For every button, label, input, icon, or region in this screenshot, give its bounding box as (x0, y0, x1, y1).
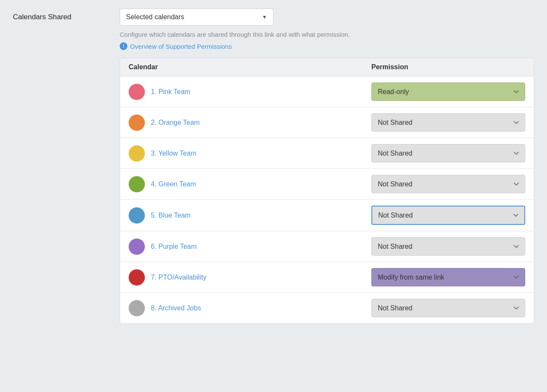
table-row: 3. Yellow Team Not Shared Read-only Read… (120, 138, 534, 169)
permission-col-5[interactable]: Not Shared Read-only Read and write Modi… (371, 206, 525, 225)
calendar-name-4: 4. Green Team (151, 180, 196, 188)
content-col: Selected calendars ▼ Configure which cal… (120, 9, 534, 324)
permission-select-3[interactable]: Not Shared Read-only Read and write Modi… (371, 144, 525, 162)
calendar-dot-2 (129, 115, 145, 131)
calendar-name-6: 6. Purple Team (151, 243, 197, 251)
permission-col-2[interactable]: Not Shared Read-only Read and write Modi… (371, 113, 525, 132)
description-text: Configure which calendars are shared thr… (120, 31, 470, 38)
calendar-dot-3 (129, 145, 145, 162)
calendars-shared-dropdown[interactable]: Selected calendars ▼ (120, 9, 274, 26)
calendar-left-8: 8. Archived Jobs (129, 300, 371, 316)
permissions-link-text: Overview of Supported Permissions (130, 43, 232, 50)
info-icon: ! (120, 42, 127, 50)
permissions-link[interactable]: ! Overview of Supported Permissions (120, 42, 534, 50)
calendar-name-2: 2. Orange Team (151, 119, 200, 127)
calendar-left-6: 6. Purple Team (129, 239, 371, 255)
calendar-left-4: 4. Green Team (129, 176, 371, 192)
calendar-name-5: 5. Blue Team (151, 212, 191, 219)
table-row: 6. Purple Team Not Shared Read-only Read… (120, 231, 534, 262)
calendar-dot-4 (129, 176, 145, 192)
permission-select-7[interactable]: Not Shared Read-only Read and write Modi… (371, 268, 525, 286)
dropdown-value: Selected calendars (126, 13, 184, 21)
section-label: Calendars Shared (13, 9, 107, 21)
permission-col-6[interactable]: Not Shared Read-only Read and write Modi… (371, 237, 525, 256)
permission-col-1[interactable]: Not Shared Read-only Read and write Modi… (371, 83, 525, 101)
calendar-left-3: 3. Yellow Team (129, 145, 371, 162)
permission-col-8[interactable]: Not Shared Read-only Read and write Modi… (371, 299, 525, 317)
calendar-left-1: 1. Pink Team (129, 84, 371, 100)
calendars-shared-section: Calendars Shared Selected calendars ▼ Co… (13, 9, 534, 324)
calendar-table: Calendar Permission 1. Pink Team Not Sha… (120, 58, 534, 324)
permission-col-3[interactable]: Not Shared Read-only Read and write Modi… (371, 144, 525, 162)
table-row: 8. Archived Jobs Not Shared Read-only Re… (120, 293, 534, 323)
permission-select-2[interactable]: Not Shared Read-only Read and write Modi… (371, 113, 525, 132)
calendar-name-7: 7. PTO/Availability (151, 274, 206, 281)
permission-select-5[interactable]: Not Shared Read-only Read and write Modi… (371, 206, 525, 225)
calendar-dot-8 (129, 300, 145, 316)
permission-select-1[interactable]: Not Shared Read-only Read and write Modi… (371, 83, 525, 101)
calendar-dot-6 (129, 239, 145, 255)
header-permission: Permission (371, 63, 525, 71)
calendar-name-8: 8. Archived Jobs (151, 304, 201, 312)
chevron-down-icon: ▼ (262, 14, 267, 20)
header-calendar: Calendar (129, 63, 371, 71)
calendar-name-3: 3. Yellow Team (151, 150, 196, 157)
calendar-left-7: 7. PTO/Availability (129, 269, 371, 286)
calendar-dot-5 (129, 207, 145, 224)
calendar-left-2: 2. Orange Team (129, 115, 371, 131)
table-header: Calendar Permission (120, 58, 534, 77)
permission-col-7[interactable]: Not Shared Read-only Read and write Modi… (371, 268, 525, 286)
calendar-left-5: 5. Blue Team (129, 207, 371, 224)
table-row: 4. Green Team Not Shared Read-only Read … (120, 169, 534, 200)
permission-select-4[interactable]: Not Shared Read-only Read and write Modi… (371, 175, 525, 193)
calendar-name-1: 1. Pink Team (151, 88, 190, 96)
permission-select-8[interactable]: Not Shared Read-only Read and write Modi… (371, 299, 525, 317)
permission-select-6[interactable]: Not Shared Read-only Read and write Modi… (371, 237, 525, 256)
permission-col-4[interactable]: Not Shared Read-only Read and write Modi… (371, 175, 525, 193)
table-row: 7. PTO/Availability Not Shared Read-only… (120, 262, 534, 293)
calendar-dot-7 (129, 269, 145, 286)
calendar-dot-1 (129, 84, 145, 100)
table-row: 1. Pink Team Not Shared Read-only Read a… (120, 77, 534, 107)
table-row: 2. Orange Team Not Shared Read-only Read… (120, 107, 534, 138)
table-row: 5. Blue Team Not Shared Read-only Read a… (120, 200, 534, 231)
table-body: 1. Pink Team Not Shared Read-only Read a… (120, 77, 534, 323)
